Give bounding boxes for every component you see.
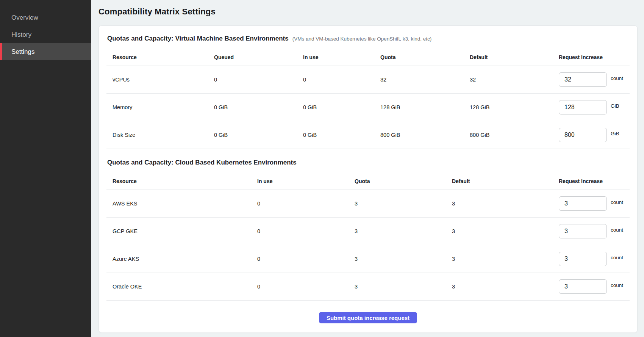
submit-quota-increase-button[interactable]: Submit quota increase request bbox=[319, 312, 417, 323]
sidebar-item-label: Overview bbox=[11, 14, 38, 22]
resource-name: Azure AKS bbox=[106, 256, 251, 262]
resource-name: AWS EKS bbox=[106, 201, 251, 207]
request-increase-input[interactable] bbox=[559, 100, 607, 114]
resource-name: vCPUs bbox=[106, 77, 208, 83]
request-increase-input[interactable] bbox=[559, 252, 607, 266]
request-increase-cell: count bbox=[553, 252, 630, 266]
section-title: Quotas and Capacity: Virtual Machine Bas… bbox=[107, 35, 289, 42]
cell-value: 3 bbox=[349, 201, 446, 207]
cell-value: 3 bbox=[349, 256, 446, 262]
cell-value: 32 bbox=[464, 77, 553, 83]
section-vm-environments: Quotas and Capacity: Virtual Machine Bas… bbox=[106, 35, 630, 149]
table-row: GCP GKE033count bbox=[106, 218, 630, 245]
unit-label: count bbox=[611, 227, 623, 233]
page-title: Compatibility Matrix Settings bbox=[98, 6, 636, 17]
cell-value: 3 bbox=[446, 256, 553, 262]
cell-value: 0 bbox=[251, 228, 349, 234]
cell-value: 128 GiB bbox=[374, 104, 464, 110]
cell-value: 0 GiB bbox=[297, 132, 374, 138]
sidebar-item-overview[interactable]: Overview bbox=[0, 9, 91, 26]
cell-value: 3 bbox=[349, 284, 446, 290]
request-increase-cell: count bbox=[553, 224, 630, 238]
table-row: Azure AKS033count bbox=[106, 245, 630, 273]
sidebar-nav: OverviewHistorySettings bbox=[0, 0, 91, 337]
sidebar-item-settings[interactable]: Settings bbox=[0, 43, 91, 60]
cell-value: 0 bbox=[251, 201, 349, 207]
column-header-default: Default bbox=[464, 54, 553, 60]
section-header: Quotas and Capacity: Virtual Machine Bas… bbox=[106, 35, 630, 42]
unit-label: GiB bbox=[611, 131, 619, 136]
unit-label: count bbox=[611, 199, 623, 205]
section-cloud-kubernetes: Quotas and Capacity: Cloud Based Kuberne… bbox=[106, 159, 630, 301]
column-header-resource: Resource bbox=[106, 178, 251, 184]
request-increase-cell: count bbox=[553, 279, 630, 294]
resource-name: GCP GKE bbox=[106, 228, 251, 234]
cell-value: 800 GiB bbox=[464, 132, 553, 138]
request-increase-input[interactable] bbox=[559, 196, 607, 211]
table-header-row: ResourceIn useQuotaDefaultRequest Increa… bbox=[106, 172, 630, 190]
column-header-in-use: In use bbox=[297, 54, 374, 60]
table-body: vCPUs003232countMemory0 GiB0 GiB128 GiB1… bbox=[106, 66, 630, 149]
actions-bar: Submit quota increase request bbox=[106, 301, 630, 323]
quotas-card: Quotas and Capacity: Virtual Machine Bas… bbox=[98, 25, 638, 333]
request-increase-cell: GiB bbox=[553, 100, 630, 114]
request-increase-input[interactable] bbox=[559, 72, 607, 87]
cell-value: 32 bbox=[374, 77, 464, 83]
column-header-quota: Quota bbox=[349, 178, 446, 184]
column-header-resource: Resource bbox=[106, 54, 208, 60]
cell-value: 3 bbox=[446, 201, 553, 207]
resource-name: Oracle OKE bbox=[106, 284, 251, 290]
column-header-in-use: In use bbox=[251, 178, 349, 184]
resource-name: Memory bbox=[106, 104, 208, 110]
main-content: Compatibility Matrix Settings Quotas and… bbox=[91, 0, 644, 337]
column-header-quota: Quota bbox=[374, 54, 464, 60]
table-row: vCPUs003232count bbox=[106, 66, 630, 94]
cell-value: 3 bbox=[349, 228, 446, 234]
cell-value: 0 GiB bbox=[208, 104, 297, 110]
active-indicator bbox=[0, 43, 2, 60]
table-header-row: ResourceQueuedIn useQuotaDefaultRequest … bbox=[106, 49, 630, 66]
cell-value: 128 GiB bbox=[464, 104, 553, 110]
unit-label: count bbox=[611, 255, 623, 260]
unit-label: count bbox=[611, 282, 623, 288]
resource-name: Disk Size bbox=[106, 132, 208, 138]
cell-value: 800 GiB bbox=[374, 132, 464, 138]
column-header-request-increase: Request Increase bbox=[553, 54, 630, 60]
cell-value: 0 GiB bbox=[208, 132, 297, 138]
column-header-queued: Queued bbox=[208, 54, 297, 60]
table-row: AWS EKS033count bbox=[106, 190, 630, 218]
request-increase-input[interactable] bbox=[559, 279, 607, 294]
cell-value: 0 bbox=[297, 77, 374, 83]
cell-value: 3 bbox=[446, 284, 553, 290]
section-subtitle: (VMs and VM-based Kubernetes like OpenSh… bbox=[292, 36, 432, 42]
column-header-default: Default bbox=[446, 178, 553, 184]
page-header: Compatibility Matrix Settings bbox=[91, 0, 644, 20]
table-body: AWS EKS033countGCP GKE033countAzure AKS0… bbox=[106, 190, 630, 301]
request-increase-input[interactable] bbox=[559, 128, 607, 142]
cell-value: 0 GiB bbox=[297, 104, 374, 110]
section-title: Quotas and Capacity: Cloud Based Kuberne… bbox=[107, 159, 297, 166]
request-increase-cell: GiB bbox=[553, 128, 630, 142]
request-increase-cell: count bbox=[553, 72, 630, 87]
cell-value: 0 bbox=[251, 284, 349, 290]
table-row: Oracle OKE033count bbox=[106, 273, 630, 301]
column-header-request-increase: Request Increase bbox=[553, 178, 630, 184]
unit-label: count bbox=[611, 75, 623, 81]
table-row: Memory0 GiB0 GiB128 GiB128 GiBGiB bbox=[106, 94, 630, 121]
unit-label: GiB bbox=[611, 103, 619, 109]
request-increase-input[interactable] bbox=[559, 224, 607, 238]
request-increase-cell: count bbox=[553, 196, 630, 211]
table-row: Disk Size0 GiB0 GiB800 GiB800 GiBGiB bbox=[106, 121, 630, 149]
cell-value: 0 bbox=[251, 256, 349, 262]
sidebar-item-label: Settings bbox=[11, 48, 34, 56]
sidebar-item-label: History bbox=[11, 31, 31, 39]
section-header: Quotas and Capacity: Cloud Based Kuberne… bbox=[106, 159, 630, 166]
sidebar-item-history[interactable]: History bbox=[0, 26, 91, 43]
cell-value: 0 bbox=[208, 77, 297, 83]
cell-value: 3 bbox=[446, 228, 553, 234]
